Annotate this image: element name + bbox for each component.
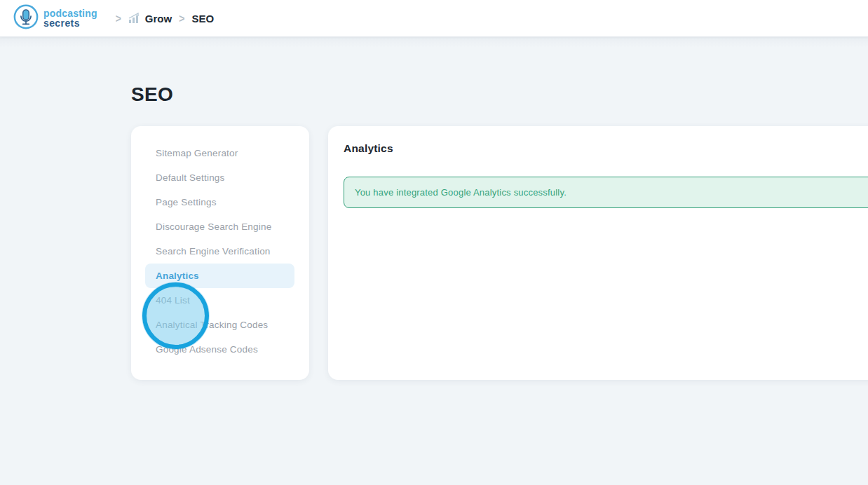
bar-chart-icon [128, 13, 141, 24]
topbar: podcasting secrets > Grow > SEO [0, 0, 868, 37]
breadcrumb-grow-label: Grow [145, 13, 172, 25]
success-alert: You have integrated Google Analytics suc… [344, 177, 868, 208]
success-alert-message: You have integrated Google Analytics suc… [355, 187, 567, 198]
sidebar-menu-item[interactable]: 404 List [145, 288, 294, 313]
seo-layout: Sitemap Generator Default Settings Page … [131, 126, 868, 380]
analytics-panel: Analytics You have integrated Google Ana… [328, 126, 868, 380]
sidebar-menu-item[interactable]: Discourage Search Engine [145, 214, 294, 239]
microphone-icon [13, 4, 39, 33]
chevron-right-icon: > [179, 12, 184, 25]
sidebar-menu-item[interactable]: Search Engine Verification [145, 239, 294, 264]
app-logo[interactable]: podcasting secrets [13, 4, 97, 33]
sidebar-menu-item[interactable]: Page Settings [145, 190, 294, 214]
content-area: SEO Sitemap Generator Default Settings P… [0, 37, 868, 485]
logo-wordmark: podcasting secrets [43, 8, 97, 28]
breadcrumb-grow[interactable]: Grow [128, 13, 172, 25]
sidebar-menu-item[interactable]: Analytical Tracking Codes [145, 313, 294, 337]
breadcrumb-seo[interactable]: SEO [191, 13, 214, 25]
sidebar-menu-item[interactable]: Sitemap Generator [145, 141, 294, 165]
breadcrumb-seo-label: SEO [191, 13, 214, 25]
panel-heading: Analytics [344, 142, 868, 155]
logo-line2: secrets [43, 18, 97, 28]
sidebar-menu-item[interactable]: Google Adsense Codes [145, 337, 294, 362]
breadcrumb: > Grow > SEO [116, 13, 214, 25]
chevron-right-icon: > [116, 12, 121, 25]
sidebar-menu-item[interactable]: Analytics [145, 264, 294, 288]
seo-settings-menu: Sitemap Generator Default Settings Page … [131, 126, 309, 380]
logo-line1: podcasting [43, 8, 97, 18]
sidebar-menu-item[interactable]: Default Settings [145, 165, 294, 190]
page-title: SEO [131, 37, 868, 106]
